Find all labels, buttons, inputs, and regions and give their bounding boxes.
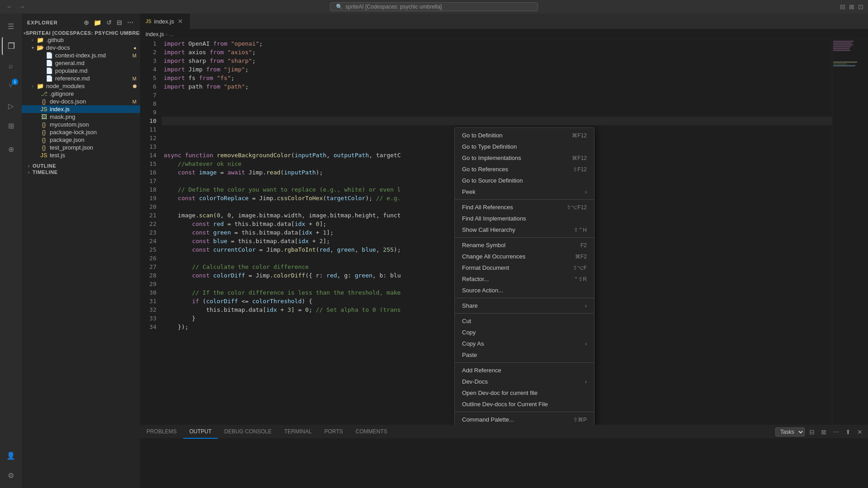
sidebar-item-populatemd[interactable]: 📄 populate.md xyxy=(22,67,140,75)
sidebar-item-packagelockjson[interactable]: {} package-lock.json xyxy=(22,128,140,136)
breadcrumb-file: index.js xyxy=(146,31,164,38)
panel-tab-output[interactable]: OUTPUT xyxy=(183,425,218,439)
sidebar-item-github[interactable]: › 📁 .github xyxy=(22,36,140,44)
ij-file-icon: JS xyxy=(40,106,48,113)
source-control-button[interactable]: ⑂ 1 xyxy=(2,77,20,95)
menu-goto-implementations[interactable]: Go to Implementations ⌘F12 xyxy=(455,152,594,164)
code-line-1: import OpenAI from "openai"; xyxy=(162,39,832,48)
tab-icon: JS xyxy=(146,19,151,24)
menu-refactor[interactable]: Refactor... ⌃⇧R xyxy=(455,273,594,285)
more-actions-button[interactable]: ⋯ xyxy=(126,18,135,27)
menu-add-reference[interactable]: Add Reference xyxy=(455,365,594,376)
ref-badge: M xyxy=(132,76,137,81)
menu-dev-docs[interactable]: Dev-Docs › xyxy=(455,376,594,387)
menu-find-all-references[interactable]: Find All References ⇧⌥F12 xyxy=(455,202,594,213)
ln-15: 15 xyxy=(140,160,156,168)
menu-goto-implementations-shortcut: ⌘F12 xyxy=(572,155,587,161)
sidebar-item-indexjs[interactable]: JS index.js xyxy=(22,105,140,113)
run-debug-button[interactable]: ▷ xyxy=(2,97,20,115)
sidebar-item-maskpng[interactable]: 🖼 mask.png xyxy=(22,113,140,121)
mc-label: mycustom.json xyxy=(50,121,140,128)
panel-clear-button[interactable]: ⊟ xyxy=(807,427,816,436)
panel-tab-comments[interactable]: COMMENTS xyxy=(349,425,394,439)
panel-tab-ports[interactable]: PORTS xyxy=(318,425,349,439)
ci-file-icon: 📄 xyxy=(45,52,53,59)
remote-explorer-button[interactable]: ⊕ xyxy=(2,140,20,158)
sidebar-item-testjs[interactable]: JS test.js xyxy=(22,151,140,159)
explorer-button[interactable]: ❐ xyxy=(2,37,20,55)
menu-show-call-hierarchy[interactable]: Show Call Hierarchy ⇧⌃H xyxy=(455,224,594,235)
menu-button[interactable]: ☰ xyxy=(2,17,20,35)
menu-copy[interactable]: Copy xyxy=(455,327,594,338)
panel-close-button[interactable]: ✕ xyxy=(855,427,864,436)
search-button[interactable]: ⌕ xyxy=(2,57,20,75)
sidebar-item-testpromptjson[interactable]: {} test_prompt.json xyxy=(22,144,140,151)
menu-peek[interactable]: Peek › xyxy=(455,186,594,197)
menu-share[interactable]: Share › xyxy=(455,300,594,311)
menu-find-all-implementations[interactable]: Find All Implementations xyxy=(455,213,594,224)
new-folder-button[interactable]: 📁 xyxy=(93,18,103,27)
copyas-submenu-arrow-icon: › xyxy=(585,340,587,347)
menu-goto-references-shortcut: ⇧F12 xyxy=(573,166,587,173)
code-editor[interactable]: 1 2 3 4 5 6 7 8 9 10 11 12 13 14 15 16 1 xyxy=(140,39,868,425)
collapse-button[interactable]: ⊟ xyxy=(116,18,123,27)
menu-open-devdoc[interactable]: Open Dev-doc for current file xyxy=(455,387,594,399)
menu-rename-symbol[interactable]: Rename Symbol F2 xyxy=(455,239,594,251)
menu-rename-symbol-label: Rename Symbol xyxy=(462,242,505,249)
menu-format-document[interactable]: Format Document ⇧⌥F xyxy=(455,262,594,273)
sidebar-timeline-header[interactable]: › TIMELINE xyxy=(22,169,140,175)
sidebar-outline-header[interactable]: › OUTLINE xyxy=(22,163,140,169)
menu-command-palette[interactable]: Command Palette... ⇧⌘P xyxy=(455,414,594,425)
panel-maximize-button[interactable]: ⬆ xyxy=(844,427,853,436)
pj-label: package.json xyxy=(50,136,140,143)
panel-tab-debug-console[interactable]: DEBUG CONSOLE xyxy=(218,425,278,439)
nav-back-button[interactable]: ← xyxy=(5,2,14,11)
sidebar-item-devdocs[interactable]: ▾ 📂 dev-docs ● xyxy=(22,44,140,52)
ln-9: 9 xyxy=(140,108,156,117)
layout2-icon[interactable]: ⊠ xyxy=(849,3,854,10)
nav-forward-button[interactable]: → xyxy=(17,2,27,11)
layout3-icon[interactable]: ⊡ xyxy=(858,3,863,10)
sidebar-item-referencemd[interactable]: 📄 reference.md M xyxy=(22,75,140,82)
extensions-button[interactable]: ⊞ xyxy=(2,117,20,135)
ln-29: 29 xyxy=(140,280,156,288)
activity-bar: ☰ ❐ ⌕ ⑂ 1 ▷ ⊞ ⊕ 👤 ⚙ xyxy=(0,14,22,488)
sidebar-item-devdocsjson[interactable]: {} dev-docs.json M xyxy=(22,98,140,105)
search-bar[interactable]: 🔍 spriteAI [Codespaces: psychic umbrella… xyxy=(330,2,538,11)
panel-tab-problems[interactable]: PROBLEMS xyxy=(140,425,183,439)
menu-goto-type-definition[interactable]: Go to Type Definition xyxy=(455,141,594,152)
refresh-button[interactable]: ↺ xyxy=(105,18,113,27)
mp-file-icon: 🖼 xyxy=(40,113,48,120)
menu-copy-as[interactable]: Copy As › xyxy=(455,338,594,349)
menu-change-all-occurrences[interactable]: Change All Occurrences ⌘F2 xyxy=(455,251,594,262)
panel-tab-terminal[interactable]: TERMINAL xyxy=(278,425,318,439)
tab-close-button[interactable]: ✕ xyxy=(177,18,184,25)
panel-split-button[interactable]: ⊠ xyxy=(819,427,828,436)
menu-goto-references[interactable]: Go to References ⇧F12 xyxy=(455,164,594,175)
menu-paste[interactable]: Paste xyxy=(455,349,594,361)
layout-icon[interactable]: ⊟ xyxy=(840,3,845,10)
menu-source-action[interactable]: Source Action... xyxy=(455,285,594,296)
tree-root-folder[interactable]: ▾ SPRITEAI [CODESPACES: PSYCHIC UMBRELLA… xyxy=(22,30,140,36)
gmd-label: general.md xyxy=(55,60,140,66)
menu-goto-source-definition[interactable]: Go to Source Definition xyxy=(455,175,594,186)
new-file-button[interactable]: ⊕ xyxy=(83,18,90,27)
sidebar-item-mycustomjson[interactable]: {} mycustom.json xyxy=(22,121,140,128)
nm-dot xyxy=(133,84,137,88)
task-dropdown[interactable]: Tasks xyxy=(775,427,805,436)
menu-outline-devdocs[interactable]: Outline Dev-docs for Current File xyxy=(455,399,594,410)
accounts-button[interactable]: 👤 xyxy=(2,446,20,465)
ln-11: 11 xyxy=(140,125,156,134)
settings-button[interactable]: ⚙ xyxy=(2,466,20,484)
sidebar-item-context-index[interactable]: 📄 context-index.js.md M xyxy=(22,52,140,59)
sidebar-item-gitignore[interactable]: ⎇ .gitignore xyxy=(22,90,140,98)
sidebar-item-generalmd[interactable]: 📄 general.md xyxy=(22,59,140,67)
menu-format-document-shortcut: ⇧⌥F xyxy=(573,265,587,271)
sidebar-item-packagejson[interactable]: {} package.json xyxy=(22,136,140,144)
menu-goto-definition[interactable]: Go to Definition ⌘F12 xyxy=(455,130,594,141)
sidebar-item-nodemodules[interactable]: › 📁 node_modules xyxy=(22,82,140,90)
panel-more-button[interactable]: ⋯ xyxy=(831,427,841,436)
dj-badge: M xyxy=(132,99,137,104)
tab-indexjs[interactable]: JS index.js ✕ xyxy=(140,14,190,29)
menu-cut[interactable]: Cut xyxy=(455,315,594,327)
